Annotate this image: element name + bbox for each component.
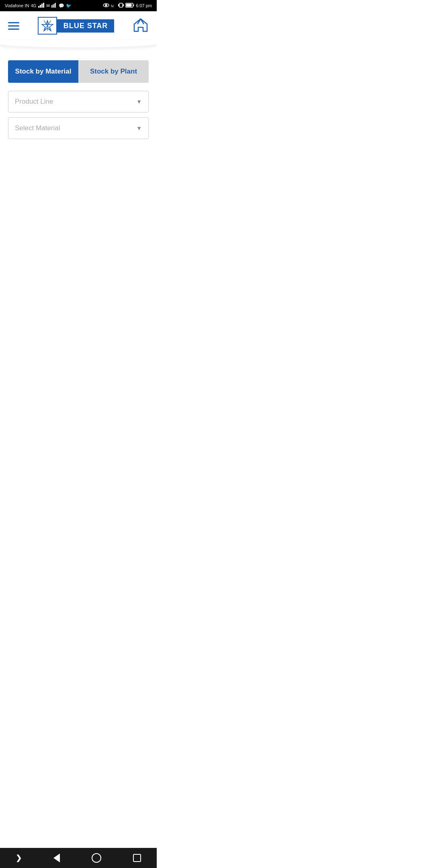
svg-rect-17: [126, 4, 132, 7]
logo-text-box: BLUE STAR: [57, 19, 115, 33]
product-line-dropdown[interactable]: Product Line ▼: [8, 91, 149, 113]
menu-line-2: [8, 25, 19, 27]
nfc-icon: N: [111, 2, 117, 9]
tab-stock-by-plant[interactable]: Stock by Plant: [78, 60, 149, 83]
svg-rect-7: [54, 4, 55, 8]
logo-star-icon: [41, 19, 54, 32]
status-right: N 6:07 pm: [103, 2, 152, 9]
svg-rect-8: [55, 3, 56, 8]
svg-text:4G: 4G: [31, 4, 37, 8]
header: BLUE STAR: [0, 11, 157, 40]
svg-rect-12: [119, 3, 123, 7]
product-line-arrow-icon: ▼: [136, 98, 142, 105]
tab-stock-by-material[interactable]: Stock by Material: [8, 60, 78, 83]
logo-container: BLUE STAR: [38, 17, 115, 35]
status-left: Vodafone IN 4G ✉ 💬 🐦: [5, 2, 72, 9]
svg-rect-2: [40, 5, 41, 8]
svg-rect-5: [51, 5, 52, 8]
battery-icon: [125, 3, 134, 8]
svg-rect-16: [133, 4, 134, 6]
svg-rect-4: [43, 3, 44, 8]
svg-rect-3: [41, 4, 43, 8]
tab-stock-by-plant-label: Stock by Plant: [90, 68, 137, 75]
mail-icon: ✉: [46, 3, 50, 8]
select-material-label: Select Material: [15, 124, 60, 132]
status-bar: Vodafone IN 4G ✉ 💬 🐦: [0, 0, 157, 11]
svg-rect-13: [118, 4, 119, 6]
menu-line-1: [8, 22, 19, 23]
carrier-text: Vodafone IN: [5, 3, 29, 8]
svg-rect-6: [53, 4, 53, 8]
logo-box: [38, 17, 57, 35]
eye-icon: [103, 3, 109, 8]
tabs-container: Stock by Material Stock by Plant: [8, 60, 149, 83]
select-material-dropdown[interactable]: Select Material ▼: [8, 117, 149, 139]
signal-icon: [38, 3, 45, 8]
time-text: 6:07 pm: [136, 3, 152, 8]
svg-text:N: N: [111, 4, 114, 8]
network-icon: 4G: [31, 2, 37, 9]
main-content: Stock by Material Stock by Plant Product…: [0, 44, 157, 152]
svg-rect-1: [38, 6, 39, 8]
vibrate-icon: [118, 2, 124, 9]
svg-rect-14: [123, 4, 124, 6]
svg-point-10: [105, 4, 107, 6]
tab-stock-by-material-label: Stock by Material: [15, 68, 72, 75]
twitter-icon: 🐦: [66, 3, 72, 8]
home-button[interactable]: [133, 17, 149, 35]
signal2-icon: [51, 3, 57, 8]
chat-icon: 💬: [59, 3, 64, 8]
select-material-arrow-icon: ▼: [136, 125, 142, 131]
logo-text: BLUE STAR: [63, 22, 108, 30]
menu-line-3: [8, 29, 19, 30]
product-line-label: Product Line: [15, 98, 53, 106]
svg-marker-24: [134, 19, 147, 31]
menu-button[interactable]: [8, 22, 19, 30]
